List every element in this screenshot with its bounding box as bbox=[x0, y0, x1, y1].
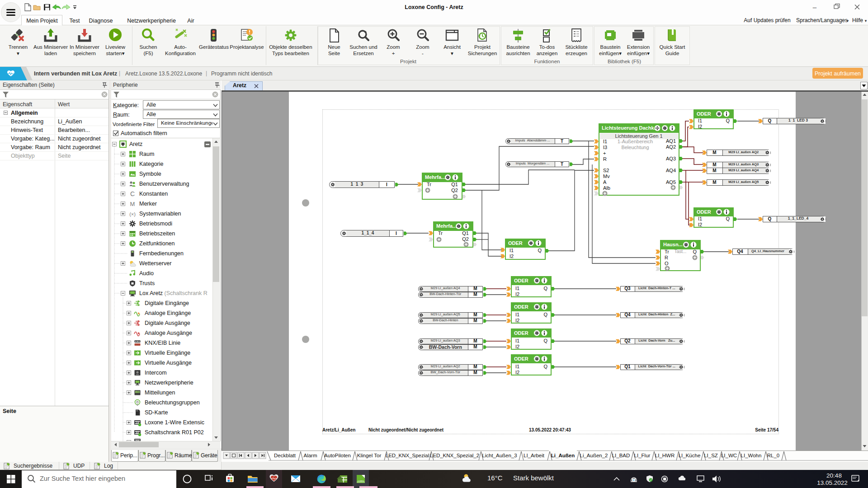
svg-text:CONFIG: CONFIG bbox=[358, 480, 364, 482]
